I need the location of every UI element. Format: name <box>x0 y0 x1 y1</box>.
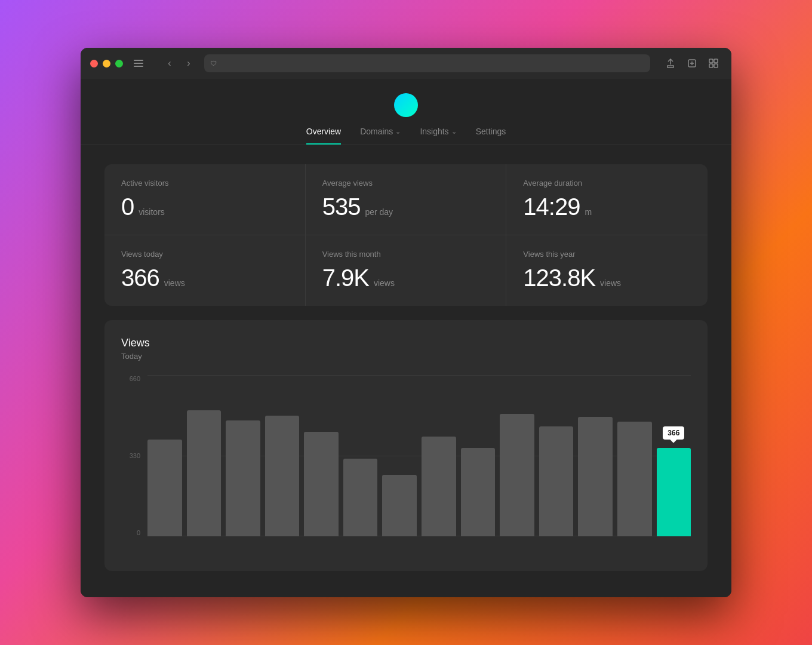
bar <box>226 420 260 536</box>
close-button[interactable] <box>90 60 98 67</box>
bar <box>461 448 496 537</box>
stat-label-views-year: Views this year <box>523 250 691 259</box>
bar-wrapper[interactable] <box>265 375 300 536</box>
bar-wrapper[interactable] <box>382 375 417 536</box>
stat-unit-avg-duration: m <box>585 207 592 217</box>
chart-bars-area: 366 <box>147 375 691 536</box>
stat-cell-views-month: Views this month 7.9K views <box>306 235 507 306</box>
bar <box>343 459 378 536</box>
nav-item-domains[interactable]: Domains ⌄ <box>360 127 401 145</box>
stat-number-views-today: 366 <box>121 265 159 291</box>
chart-y-labels: 660 330 0 <box>121 375 145 536</box>
back-button[interactable]: ‹ <box>161 55 178 72</box>
share-icon[interactable] <box>662 55 679 72</box>
minimize-button[interactable] <box>103 60 110 67</box>
stat-number-views-month: 7.9K <box>322 265 369 291</box>
stat-unit-avg-views: per day <box>365 207 393 217</box>
stat-number-active-visitors: 0 <box>121 194 134 220</box>
active-bar: 366 <box>657 448 691 537</box>
svg-rect-0 <box>134 60 143 61</box>
stat-value-views-year: 123.8K views <box>523 265 691 291</box>
shield-icon: 🛡 <box>210 60 217 67</box>
bar <box>304 432 339 537</box>
stat-label-avg-duration: Average duration <box>523 179 691 188</box>
chevron-down-icon: ⌄ <box>451 128 457 136</box>
bar-wrapper[interactable] <box>304 375 339 536</box>
y-label-330: 330 <box>130 452 140 459</box>
bar <box>422 437 456 536</box>
svg-rect-2 <box>134 66 143 67</box>
forward-button[interactable]: › <box>180 55 197 72</box>
app-logo <box>394 93 418 117</box>
bar-wrapper[interactable] <box>539 375 574 536</box>
stat-cell-active-visitors: Active visitors 0 visitors <box>104 164 306 235</box>
svg-rect-1 <box>134 63 143 64</box>
bar-wrapper[interactable] <box>187 375 222 536</box>
address-bar[interactable]: 🛡 <box>204 54 650 72</box>
traffic-lights <box>90 60 123 67</box>
chevron-down-icon: ⌄ <box>395 128 401 136</box>
bar <box>147 440 182 536</box>
stat-cell-views-today: Views today 366 views <box>104 235 306 306</box>
app-nav: Overview Domains ⌄ Insights ⌄ Settings <box>306 127 506 145</box>
stat-unit-views-year: views <box>600 278 621 288</box>
stat-unit-views-today: views <box>164 278 185 288</box>
stat-value-avg-duration: 14:29 m <box>523 194 691 220</box>
nav-item-settings[interactable]: Settings <box>476 127 506 145</box>
stat-cell-avg-duration: Average duration 14:29 m <box>506 164 708 235</box>
svg-rect-9 <box>714 64 718 67</box>
bar-tooltip: 366 <box>663 426 684 440</box>
bar-wrapper[interactable]: 366 <box>657 375 691 536</box>
bar-wrapper[interactable] <box>617 375 652 536</box>
bar <box>500 414 534 536</box>
stat-unit-active-visitors: visitors <box>139 207 165 217</box>
browser-nav-buttons: ‹ › <box>161 55 197 72</box>
y-label-0: 0 <box>137 529 140 536</box>
chart-area: 660 330 0 366 <box>121 375 691 554</box>
nav-label-settings: Settings <box>476 127 506 136</box>
stat-label-views-today: Views today <box>121 250 288 259</box>
bar <box>617 422 652 536</box>
nav-item-insights[interactable]: Insights ⌄ <box>420 127 456 145</box>
bar-wrapper[interactable] <box>226 375 260 536</box>
sidebar-toggle-button[interactable] <box>130 55 147 72</box>
bar <box>539 426 574 536</box>
stat-label-active-visitors: Active visitors <box>121 179 288 188</box>
stat-label-avg-views: Average views <box>322 179 490 188</box>
bar-wrapper[interactable] <box>422 375 456 536</box>
svg-rect-6 <box>709 59 713 63</box>
svg-rect-8 <box>709 64 713 67</box>
browser-content: Overview Domains ⌄ Insights ⌄ Settings <box>81 79 731 597</box>
stat-cell-views-year: Views this year 123.8K views <box>506 235 708 306</box>
stats-grid: Active visitors 0 visitors Average views… <box>104 164 708 306</box>
bar-wrapper[interactable] <box>578 375 613 536</box>
bar-wrapper[interactable] <box>343 375 378 536</box>
bar-wrapper[interactable] <box>500 375 534 536</box>
bar <box>578 417 613 536</box>
toolbar-right <box>662 55 722 72</box>
nav-label-insights: Insights <box>420 127 448 136</box>
nav-item-overview[interactable]: Overview <box>306 127 341 145</box>
svg-rect-7 <box>714 59 718 63</box>
stat-label-views-month: Views this month <box>322 250 490 259</box>
stat-value-views-month: 7.9K views <box>322 265 490 291</box>
browser-titlebar: ‹ › 🛡 <box>81 48 731 79</box>
chart-subtitle: Today <box>121 352 691 361</box>
address-input[interactable] <box>220 59 644 67</box>
y-label-660: 660 <box>130 375 140 382</box>
browser-window: ‹ › 🛡 <box>81 48 731 597</box>
chart-title: Views <box>121 337 691 349</box>
bar <box>187 410 222 536</box>
stat-number-avg-duration: 14:29 <box>523 194 580 220</box>
tab-overview-icon[interactable] <box>705 55 722 72</box>
main-content: Active visitors 0 visitors Average views… <box>81 145 731 597</box>
stat-value-active-visitors: 0 visitors <box>121 194 288 220</box>
new-tab-icon[interactable] <box>684 55 700 72</box>
stat-unit-views-month: views <box>374 278 395 288</box>
bar <box>382 475 417 536</box>
fullscreen-button[interactable] <box>115 60 123 67</box>
nav-label-overview: Overview <box>306 127 341 136</box>
bar-wrapper[interactable] <box>147 375 182 536</box>
bar-wrapper[interactable] <box>461 375 496 536</box>
stat-number-views-year: 123.8K <box>523 265 595 291</box>
